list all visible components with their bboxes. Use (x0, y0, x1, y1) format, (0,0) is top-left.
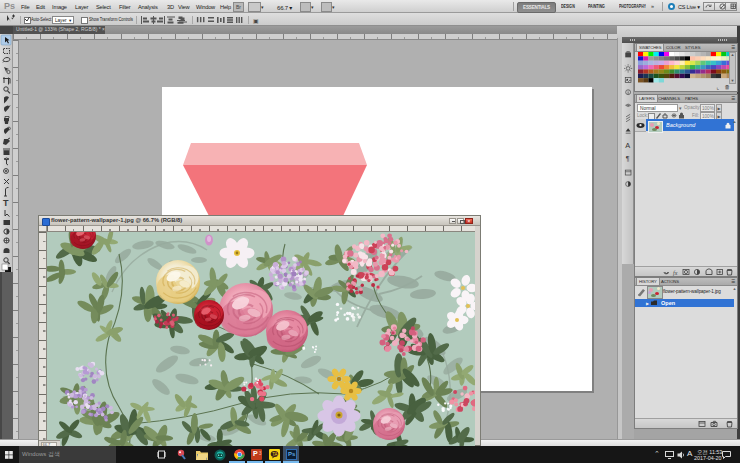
svg-text:fx: fx (673, 269, 678, 275)
svg-text:¶: ¶ (626, 155, 630, 162)
svg-text:T: T (3, 198, 9, 208)
svg-text:A: A (625, 141, 630, 150)
svg-text:TA: TA (272, 452, 277, 457)
